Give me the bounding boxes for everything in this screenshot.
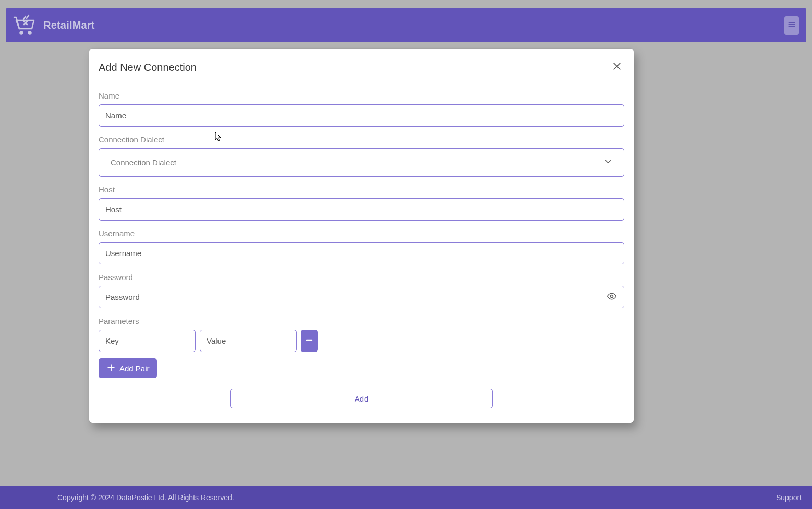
password-input[interactable] bbox=[99, 286, 624, 308]
name-input[interactable] bbox=[99, 104, 624, 127]
modal-header: Add New Connection bbox=[99, 59, 624, 76]
add-connection-modal: Add New Connection Name Connection Diale… bbox=[89, 49, 634, 423]
field-password: Password bbox=[99, 273, 624, 308]
app-footer: Copyright © 2024 DataPostie Ltd. All Rig… bbox=[0, 486, 812, 509]
add-pair-button[interactable]: Add Pair bbox=[99, 358, 157, 378]
dialect-select[interactable]: Connection Dialect bbox=[99, 148, 624, 177]
modal-title: Add New Connection bbox=[99, 62, 197, 74]
add-connection-button[interactable]: Add bbox=[230, 389, 493, 408]
toggle-password-visibility[interactable] bbox=[607, 291, 617, 304]
eye-icon bbox=[607, 291, 617, 304]
svg-point-7 bbox=[611, 295, 613, 297]
add-connection-label: Add bbox=[355, 394, 369, 403]
field-name: Name bbox=[99, 91, 624, 127]
plus-icon bbox=[106, 362, 116, 374]
host-label: Host bbox=[99, 185, 624, 194]
host-input[interactable] bbox=[99, 198, 624, 221]
parameters-label: Parameters bbox=[99, 317, 624, 325]
dialect-placeholder: Connection Dialect bbox=[111, 158, 176, 167]
add-pair-label: Add Pair bbox=[119, 364, 150, 373]
cart-logo-icon bbox=[13, 14, 38, 37]
field-username: Username bbox=[99, 229, 624, 264]
field-host: Host bbox=[99, 185, 624, 221]
menu-button[interactable] bbox=[784, 16, 799, 35]
support-link[interactable]: Support bbox=[776, 493, 802, 502]
svg-point-1 bbox=[29, 31, 31, 34]
username-label: Username bbox=[99, 229, 624, 238]
svg-point-0 bbox=[20, 31, 23, 34]
parameter-value-input[interactable] bbox=[200, 330, 297, 352]
brand-name: RetailMart bbox=[43, 19, 95, 31]
copyright-text: Copyright © 2024 DataPostie Ltd. All Rig… bbox=[57, 493, 234, 502]
remove-pair-button[interactable] bbox=[301, 330, 318, 352]
close-icon bbox=[612, 64, 622, 73]
password-label: Password bbox=[99, 273, 624, 282]
field-dialect: Connection Dialect Connection Dialect bbox=[99, 135, 624, 177]
minus-icon bbox=[304, 335, 314, 347]
parameter-row bbox=[99, 330, 624, 352]
hamburger-icon bbox=[786, 19, 797, 32]
dialect-label: Connection Dialect bbox=[99, 135, 624, 144]
field-parameters: Parameters Add Pair bbox=[99, 317, 624, 378]
close-button[interactable] bbox=[610, 59, 624, 76]
username-input[interactable] bbox=[99, 242, 624, 264]
name-label: Name bbox=[99, 91, 624, 100]
parameter-key-input[interactable] bbox=[99, 330, 196, 352]
app-header: RetailMart bbox=[6, 8, 806, 42]
brand: RetailMart bbox=[13, 14, 95, 37]
